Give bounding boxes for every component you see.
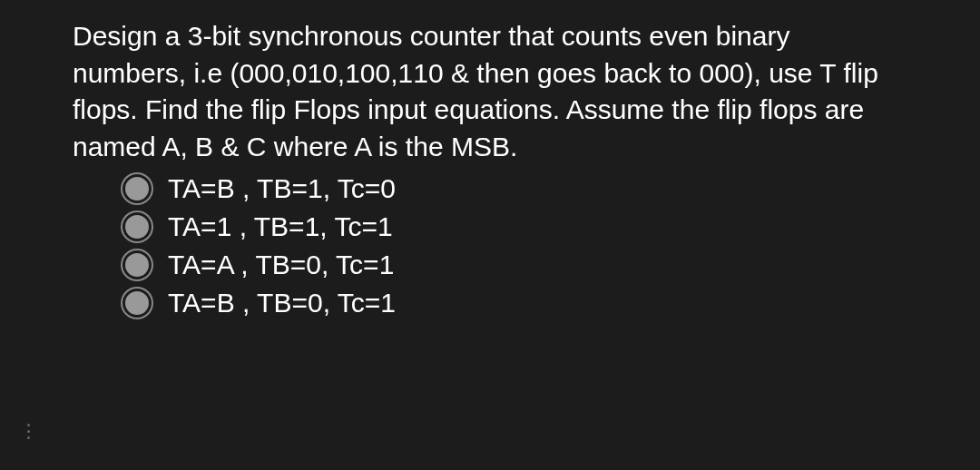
question-text: Design a 3-bit synchronous counter that … [73, 18, 907, 165]
option-label: TA=1 , TB=1, Tc=1 [168, 209, 393, 244]
kebab-menu-icon[interactable] [27, 424, 30, 443]
option-row[interactable]: TA=1 , TB=1, Tc=1 [122, 209, 907, 244]
option-row[interactable]: TA=B , TB=1, Tc=0 [122, 171, 907, 206]
option-row[interactable]: TA=B , TB=0, Tc=1 [122, 285, 907, 320]
radio-icon[interactable] [122, 212, 152, 241]
option-label: TA=A , TB=0, Tc=1 [168, 247, 394, 282]
option-row[interactable]: TA=A , TB=0, Tc=1 [122, 247, 907, 282]
option-label: TA=B , TB=1, Tc=0 [168, 171, 396, 206]
option-label: TA=B , TB=0, Tc=1 [168, 285, 396, 320]
radio-icon[interactable] [122, 289, 152, 318]
radio-icon[interactable] [122, 250, 152, 279]
options-list: TA=B , TB=1, Tc=0 TA=1 , TB=1, Tc=1 TA=A… [122, 171, 907, 320]
radio-icon[interactable] [122, 174, 152, 203]
